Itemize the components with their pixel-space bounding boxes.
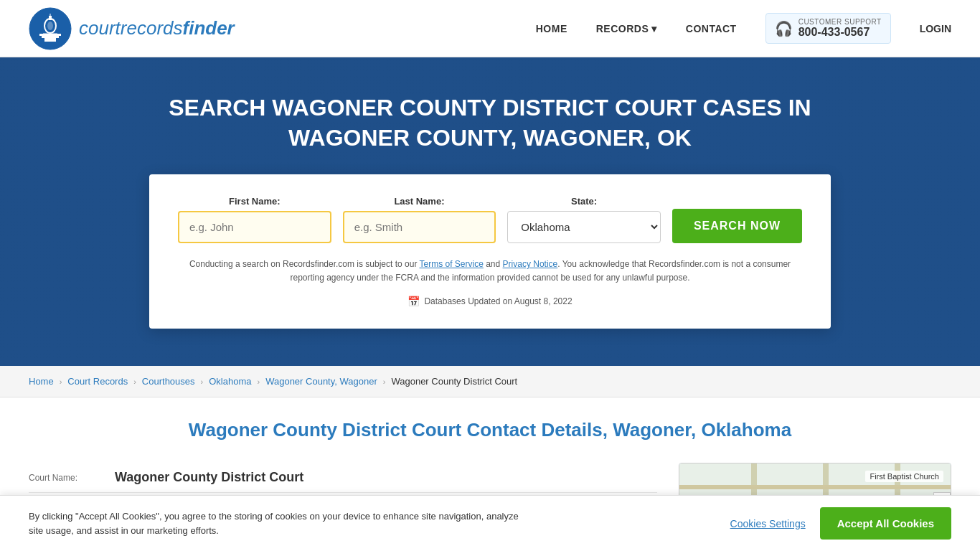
state-select[interactable]: Oklahoma Alabama Alaska Arizona Arkansas… [507,211,661,243]
logo-text: courtrecordsfinder [79,17,235,39]
map-location-label: First Baptist Church [865,471,943,482]
nav-home[interactable]: HOME [536,23,567,34]
svg-point-5 [47,22,53,30]
first-name-label: First Name: [178,196,331,207]
hero-section: SEARCH WAGONER COUNTY DISTRICT COURT CAS… [0,57,980,366]
cookie-text: By clicking "Accept All Cookies", you ag… [29,509,531,537]
support-text: CUSTOMER SUPPORT 800-433-0567 [798,18,882,39]
customer-support-box[interactable]: 🎧 CUSTOMER SUPPORT 800-433-0567 [765,13,891,44]
chevron-down-icon: ▾ [651,23,657,34]
main-nav: HOME RECORDS ▾ CONTACT 🎧 CUSTOMER SUPPOR… [536,13,951,44]
first-name-group: First Name: [178,196,331,243]
breadcrumb-oklahoma[interactable]: Oklahoma [209,376,251,387]
state-group: State: Oklahoma Alabama Alaska Arizona A… [507,196,661,243]
breadcrumb-home[interactable]: Home [29,376,54,387]
court-name-label: Court Name: [29,473,115,483]
breadcrumb-court-records[interactable]: Court Records [67,376,128,387]
svg-rect-8 [43,33,57,34]
search-now-button[interactable]: SEARCH NOW [672,209,802,243]
breadcrumb-sep-3: › [201,377,204,386]
capitol-icon [29,7,72,50]
breadcrumb-current: Wagoner County District Court [391,376,517,387]
first-name-input[interactable] [178,211,331,243]
cookie-actions: Cookies Settings Accept All Cookies [730,507,951,540]
nav-records[interactable]: RECORDS ▾ [596,23,657,34]
court-name-row: Court Name: Wagoner County District Cour… [29,463,657,493]
hero-title: SEARCH WAGONER COUNTY DISTRICT COURT CAS… [167,93,813,153]
page-heading: Wagoner County District Court Contact De… [29,419,951,441]
site-header: courtrecordsfinder HOME RECORDS ▾ CONTAC… [0,0,980,57]
support-label: CUSTOMER SUPPORT [798,18,882,26]
support-number: 800-433-0567 [798,26,882,39]
breadcrumb: Home › Court Records › Courthouses › Okl… [0,366,980,397]
search-fields: First Name: Last Name: State: Oklahoma A… [178,196,802,243]
db-update-text: Databases Updated on August 8, 2022 [424,296,572,306]
disclaimer-text: Conducting a search on Recordsfinder.com… [178,258,802,285]
svg-rect-2 [42,36,59,38]
last-name-label: Last Name: [343,196,496,207]
cookie-banner: By clicking "Accept All Cookies", you ag… [0,495,980,551]
logo[interactable]: courtrecordsfinder [29,7,235,50]
court-info: Court Name: Wagoner County District Cour… [29,463,657,493]
svg-rect-7 [50,14,51,17]
breadcrumb-sep-4: › [257,377,260,386]
court-name-value: Wagoner County District Court [115,470,303,485]
search-box: First Name: Last Name: State: Oklahoma A… [149,174,831,328]
last-name-group: Last Name: [343,196,496,243]
accept-all-cookies-button[interactable]: Accept All Cookies [820,507,951,540]
breadcrumb-courthouses[interactable]: Courthouses [142,376,195,387]
nav-contact[interactable]: CONTACT [686,23,737,34]
login-button[interactable]: LOGIN [920,23,951,34]
state-label: State: [507,196,661,207]
cookies-settings-link[interactable]: Cookies Settings [730,518,806,529]
breadcrumb-sep-2: › [133,377,136,386]
breadcrumb-sep-5: › [383,377,386,386]
breadcrumb-sep-1: › [60,377,62,386]
privacy-link[interactable]: Privacy Notice [503,259,558,269]
svg-rect-15 [679,485,951,489]
last-name-input[interactable] [343,211,496,243]
calendar-icon: 📅 [407,296,420,307]
tos-link[interactable]: Terms of Service [420,259,484,269]
breadcrumb-wagoner-county[interactable]: Wagoner County, Wagoner [265,376,377,387]
db-update: 📅 Databases Updated on August 8, 2022 [178,296,802,307]
headset-icon: 🎧 [775,20,793,37]
